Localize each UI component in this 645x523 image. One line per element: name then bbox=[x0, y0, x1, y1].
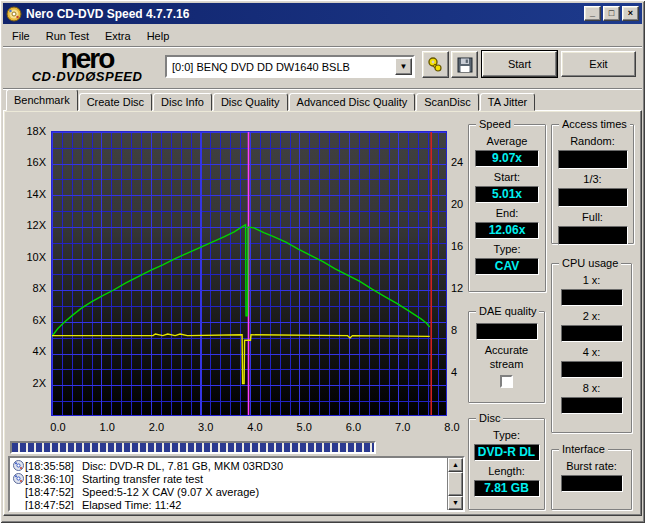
nero-logo: nero CD·DVDØSPEED bbox=[12, 48, 162, 83]
tab-advanced-disc-quality[interactable]: Advanced Disc Quality bbox=[289, 93, 416, 111]
tab-ta-jitter[interactable]: TA Jitter bbox=[480, 93, 536, 111]
interface-panel-title: Interface bbox=[559, 443, 608, 455]
scroll-up-button[interactable]: ▲ bbox=[448, 458, 463, 472]
scroll-down-button[interactable]: ▼ bbox=[448, 496, 463, 510]
left-axis-tick: 16X bbox=[6, 156, 46, 168]
nero-logo-text: nero bbox=[12, 48, 162, 70]
log-entry[interactable]: [18:36:10]Starting transfer rate test bbox=[12, 472, 447, 485]
accurate-stream-label-2: stream bbox=[469, 358, 544, 372]
transfer-rate-chart bbox=[51, 131, 447, 416]
cpu-usage-title: CPU usage bbox=[559, 257, 621, 269]
disc-panel-title: Disc bbox=[476, 412, 503, 424]
x-axis-tick: 7.0 bbox=[395, 421, 410, 433]
x-axis-tick: 5.0 bbox=[297, 421, 312, 433]
log-entry[interactable]: [18:35:58]Disc: DVD-R DL, 7.81 GB, MKM 0… bbox=[12, 459, 447, 472]
log-entry[interactable]: [18:47:52]Elapsed Time: 11:42 bbox=[12, 498, 447, 510]
drive-select[interactable]: [0:0] BENQ DVD DD DW1640 BSLB ▼ bbox=[165, 55, 415, 78]
tab-strip: BenchmarkCreate DiscDisc InfoDisc Qualit… bbox=[6, 91, 536, 111]
end-speed-value: 12.06x bbox=[475, 222, 539, 239]
save-button[interactable] bbox=[451, 51, 478, 78]
tab-disc-info[interactable]: Disc Info bbox=[153, 93, 212, 111]
cpu-1x-label: 1 x: bbox=[552, 274, 631, 288]
x-axis-tick: 3.0 bbox=[198, 421, 213, 433]
menu-item-help[interactable]: Help bbox=[139, 28, 178, 44]
keys-icon bbox=[427, 56, 445, 74]
disc-panel: Disc Type: DVD-R DL Length: 7.81 GB bbox=[468, 418, 545, 510]
log-timestamp: [18:47:52] bbox=[25, 499, 74, 511]
log-entry[interactable]: [18:47:52]Speed:5-12 X CAV (9.07 X avera… bbox=[12, 485, 447, 498]
close-button[interactable]: × bbox=[622, 6, 639, 21]
disc-length-label: Length: bbox=[469, 465, 544, 479]
maximize-button[interactable]: □ bbox=[603, 6, 620, 21]
floppy-save-icon bbox=[457, 57, 473, 73]
log-timestamp: [18:47:52] bbox=[25, 486, 74, 498]
menu-item-run-test[interactable]: Run Test bbox=[38, 28, 97, 44]
app-disc-icon bbox=[6, 6, 22, 22]
full-access-value bbox=[558, 226, 628, 245]
title-bar: Nero CD-DVD Speed 4.7.7.16 _ □ × bbox=[3, 3, 642, 24]
log-text: Disc: DVD-R DL, 7.81 GB, MKM 03RD30 bbox=[82, 460, 283, 472]
log-text: Speed:5-12 X CAV (9.07 X average) bbox=[82, 486, 259, 498]
disc-icon bbox=[12, 473, 25, 484]
one-third-access-value bbox=[558, 188, 628, 207]
start-speed-value: 5.01x bbox=[475, 186, 539, 203]
minimize-button[interactable]: _ bbox=[584, 6, 601, 21]
cpu-usage-panel: CPU usage 1 x: 2 x: 4 x: 8 x: bbox=[551, 263, 632, 433]
left-axis-tick: 6X bbox=[6, 314, 46, 326]
full-label: Full: bbox=[552, 211, 633, 225]
menu-item-file[interactable]: File bbox=[4, 28, 38, 44]
cpu-8x-label: 8 x: bbox=[552, 382, 631, 396]
separator bbox=[3, 88, 642, 90]
burst-rate-value bbox=[561, 475, 623, 492]
keys-button[interactable] bbox=[422, 51, 449, 78]
log-panel[interactable]: [18:35:58]Disc: DVD-R DL, 7.81 GB, MKM 0… bbox=[8, 456, 465, 512]
log-text: Elapsed Time: 11:42 bbox=[82, 499, 181, 511]
disc-type-label: Type: bbox=[469, 429, 544, 443]
average-speed-value: 9.07x bbox=[475, 150, 539, 167]
cpu-8x-value bbox=[561, 397, 623, 414]
access-times-panel: Access times Random: 1/3: Full: bbox=[551, 124, 634, 244]
disc-type-value: DVD-R DL bbox=[474, 444, 540, 461]
speed-panel: Speed Average 9.07x Start: 5.01x End: 12… bbox=[468, 124, 546, 292]
tab-benchmark[interactable]: Benchmark bbox=[6, 89, 78, 111]
log-scrollbar[interactable]: ▲ ▼ bbox=[447, 458, 463, 510]
left-axis-tick: 14X bbox=[6, 188, 46, 200]
left-axis-tick: 10X bbox=[6, 251, 46, 263]
transfer-rate-line bbox=[52, 225, 430, 336]
cpu-2x-label: 2 x: bbox=[552, 310, 631, 324]
scroll-thumb[interactable] bbox=[448, 472, 463, 496]
start-button[interactable]: Start bbox=[482, 51, 557, 77]
left-axis-tick: 2X bbox=[6, 377, 46, 389]
speed-panel-title: Speed bbox=[476, 118, 514, 130]
cpu-1x-value bbox=[561, 289, 623, 306]
accurate-stream-checkbox[interactable] bbox=[500, 375, 513, 388]
start-label: Start: bbox=[469, 171, 545, 185]
cddvdspeed-logo-text: CD·DVDØSPEED bbox=[12, 70, 162, 83]
disc-length-value: 7.81 GB bbox=[474, 480, 540, 497]
chevron-down-icon[interactable]: ▼ bbox=[395, 58, 412, 75]
average-label: Average bbox=[469, 135, 545, 149]
x-axis-tick: 2.0 bbox=[149, 421, 164, 433]
menu-item-extra[interactable]: Extra bbox=[97, 28, 139, 44]
rotation-speed-line bbox=[52, 334, 430, 384]
test-progress-bar bbox=[10, 441, 376, 454]
disc-icon bbox=[12, 460, 25, 471]
tab-disc-quality[interactable]: Disc Quality bbox=[213, 93, 288, 111]
type-label: Type: bbox=[469, 243, 545, 257]
app-window: Nero CD-DVD Speed 4.7.7.16 _ □ × FileRun… bbox=[0, 0, 645, 523]
accurate-stream-label-1: Accurate bbox=[469, 344, 544, 358]
x-axis-tick: 8.0 bbox=[444, 421, 459, 433]
exit-button[interactable]: Exit bbox=[561, 51, 636, 77]
log-text: Starting transfer rate test bbox=[82, 473, 203, 485]
dae-quality-value bbox=[476, 323, 538, 340]
log-list[interactable]: [18:35:58]Disc: DVD-R DL, 7.81 GB, MKM 0… bbox=[10, 458, 447, 510]
progress-fill bbox=[12, 443, 374, 452]
cpu-4x-value bbox=[561, 361, 623, 378]
tab-scandisc[interactable]: ScanDisc bbox=[416, 93, 478, 111]
cpu-2x-value bbox=[561, 325, 623, 342]
access-times-title: Access times bbox=[559, 118, 630, 130]
speed-type-value: CAV bbox=[475, 258, 539, 275]
tab-create-disc[interactable]: Create Disc bbox=[79, 93, 152, 111]
random-access-value bbox=[558, 150, 628, 169]
log-timestamp: [18:35:58] bbox=[25, 460, 74, 472]
